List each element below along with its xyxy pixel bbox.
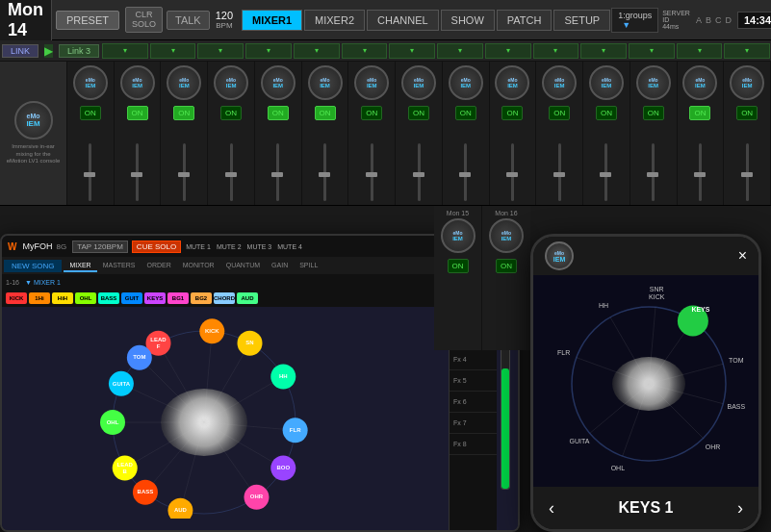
channel-strip-12: eMo IEM ON bbox=[630, 62, 678, 205]
mixer-tab-masters[interactable]: MASTERS bbox=[97, 260, 141, 272]
tab-setup[interactable]: SETUP bbox=[553, 10, 610, 31]
ch-on-btn-7[interactable]: ON bbox=[408, 106, 429, 120]
link-dd-14[interactable]: ▾ bbox=[724, 43, 770, 59]
link-dd-4[interactable]: ▾ bbox=[245, 43, 292, 59]
link3-button[interactable]: Link 3 bbox=[59, 44, 99, 58]
mixer-tab-order[interactable]: ORDER bbox=[141, 260, 176, 272]
ch-on-btn-14[interactable]: ON bbox=[736, 106, 758, 120]
time-display: 14:34:52 bbox=[737, 12, 771, 29]
talk-button[interactable]: TALK bbox=[167, 11, 210, 30]
channel-strip-5: eMo IEM ON bbox=[302, 62, 349, 205]
link-dd-2[interactable]: ▾ bbox=[150, 43, 196, 59]
phone-channel-name: KEYS 1 bbox=[619, 499, 674, 517]
tab-patch[interactable]: PATCH bbox=[497, 10, 553, 31]
lower-section: W MyFOH 8G TAP 120BPM CUE SOLO MUTE 1 MU… bbox=[0, 206, 771, 532]
channel-strip-4: eMo IEM ON bbox=[255, 62, 302, 205]
ch-on-btn-4[interactable]: ON bbox=[268, 106, 289, 120]
channel-strip-6: eMo IEM ON bbox=[348, 62, 396, 205]
ch-on-btn-10[interactable]: ON bbox=[549, 106, 570, 120]
color-chip-10[interactable]: AUD bbox=[237, 292, 258, 304]
date-section: Mon 14 bbox=[0, 0, 52, 40]
fx-row-6: Fx 8 bbox=[450, 434, 497, 455]
cue-solo-button[interactable]: CUE SOLO bbox=[132, 241, 181, 253]
link-button[interactable]: LINK bbox=[2, 44, 39, 58]
ch-on-btn-6[interactable]: ON bbox=[361, 106, 382, 120]
ch-on-btn-11[interactable]: ON bbox=[596, 106, 617, 120]
ch-on-btn-0[interactable]: ON bbox=[80, 106, 101, 120]
preset-button[interactable]: PRESET bbox=[56, 11, 119, 30]
channel-strip-10: eMo IEM ON bbox=[536, 62, 583, 205]
ch-on-btn-12[interactable]: ON bbox=[643, 106, 664, 120]
link-dd-3[interactable]: ▾ bbox=[197, 43, 244, 59]
color-chip-6[interactable]: KEYS bbox=[144, 292, 166, 304]
ch-on-btn-8[interactable]: ON bbox=[455, 106, 476, 120]
mon16-strip: Mon 16 eMo IEM ON bbox=[482, 206, 530, 350]
channel-strip-3: eMo IEM ON bbox=[208, 62, 255, 205]
link-dd-7[interactable]: ▾ bbox=[389, 43, 435, 59]
channel-strip-13: eMo IEM ON bbox=[678, 62, 725, 205]
channel-description: Immersive in-ear mixing for the eMotion … bbox=[6, 143, 61, 165]
channel-strip-14: eMo IEM ON bbox=[724, 62, 771, 205]
channel-strip-8: eMo IEM ON bbox=[443, 62, 490, 205]
mixer-tab-mixer[interactable]: MIXER bbox=[64, 260, 96, 272]
channel-area: eMo IEM Immersive in-ear mixing for the … bbox=[0, 62, 771, 206]
channel-strip-1: eMo IEM ON bbox=[115, 62, 162, 205]
color-chip-0[interactable]: KICK bbox=[6, 292, 27, 304]
ch-on-btn-2[interactable]: ON bbox=[173, 106, 194, 120]
tab-show[interactable]: SHOW bbox=[441, 10, 495, 31]
color-chip-3[interactable]: OHL bbox=[75, 292, 96, 304]
tab-mixer2[interactable]: MIXER2 bbox=[304, 10, 365, 31]
link-dd-11[interactable]: ▾ bbox=[580, 43, 627, 59]
phone-next-button[interactable]: › bbox=[737, 498, 743, 519]
bpm-display: 120 BPM bbox=[216, 10, 233, 30]
phone-bottom: ‹ KEYS 1 › bbox=[533, 487, 758, 529]
tab-channel[interactable]: CHANNEL bbox=[367, 10, 439, 31]
mixer-logo: W bbox=[8, 241, 16, 252]
clr-solo-button[interactable]: CLRSOLO bbox=[125, 7, 163, 34]
date-label: Mon 14 bbox=[8, 0, 43, 40]
mixer-tab-gain[interactable]: GAIN bbox=[266, 260, 294, 272]
color-chip-7[interactable]: BG1 bbox=[167, 292, 189, 304]
mon15-strip: Mon 15 eMo IEM ON bbox=[434, 206, 482, 350]
channels-grid: eMo IEM ON eMo IEM ON eMo IEM ON bbox=[67, 62, 771, 205]
link-dd-12[interactable]: ▾ bbox=[629, 43, 675, 59]
fx-row-3: Fx 5 bbox=[450, 370, 497, 392]
color-chip-2[interactable]: HiH bbox=[52, 292, 73, 304]
color-chip-9[interactable]: CHORD bbox=[214, 292, 235, 304]
phone-emo-logo: eMo IEM bbox=[545, 241, 574, 270]
mixer-tab-quantum[interactable]: QUANTUM bbox=[220, 260, 266, 272]
phone-overlay: eMo IEM × ‹ KEYS 1 › bbox=[530, 234, 761, 532]
link-dd-8[interactable]: ▾ bbox=[437, 43, 483, 59]
color-chip-8[interactable]: BG2 bbox=[191, 292, 212, 304]
gain-fill bbox=[501, 368, 509, 489]
mon15-on-button[interactable]: ON bbox=[448, 259, 469, 273]
mixer-tab-spill[interactable]: SPILL bbox=[294, 260, 323, 272]
server-info: 1:groups ▼ SERVER ID 44ms A B C D 14:34:… bbox=[611, 8, 771, 33]
play-button[interactable]: ▶ bbox=[44, 44, 53, 58]
phone-close-button[interactable]: × bbox=[738, 247, 747, 265]
tap-button[interactable]: TAP 120BPM bbox=[72, 241, 128, 253]
link-dd-5[interactable]: ▾ bbox=[294, 43, 340, 59]
ch-on-btn-1[interactable]: ON bbox=[127, 106, 148, 120]
link-dd-6[interactable]: ▾ bbox=[342, 43, 388, 59]
tab-mixer1[interactable]: MIXER1 bbox=[242, 10, 302, 31]
song-label[interactable]: NEW SONG bbox=[4, 260, 62, 272]
link-dd-9[interactable]: ▾ bbox=[485, 43, 531, 59]
color-chip-4[interactable]: BASS bbox=[98, 292, 119, 304]
link-dd-10[interactable]: ▾ bbox=[533, 43, 579, 59]
ch-on-btn-9[interactable]: ON bbox=[501, 106, 523, 120]
phone-prev-button[interactable]: ‹ bbox=[549, 498, 554, 519]
link-bar: LINK ▶ Link 3 ▾ ▾ ▾ ▾ ▾ ▾ ▾ ▾ ▾ ▾ ▾ ▾ ▾ … bbox=[0, 40, 771, 62]
mixer-app-name: MyFOH bbox=[22, 241, 52, 251]
mixer-tab-monitor[interactable]: MONITOR bbox=[177, 260, 220, 272]
ch-on-btn-13[interactable]: ON bbox=[689, 106, 710, 120]
channel-strip-2: eMo IEM ON bbox=[161, 62, 208, 205]
ch-on-btn-3[interactable]: ON bbox=[220, 106, 242, 120]
color-chip-1[interactable]: 1Hi bbox=[29, 292, 50, 304]
color-chip-5[interactable]: GUIT bbox=[121, 292, 142, 304]
link-dd-13[interactable]: ▾ bbox=[677, 43, 723, 59]
mon16-on-button[interactable]: ON bbox=[496, 259, 517, 273]
link-dd-1[interactable]: ▾ bbox=[102, 43, 148, 59]
top-bar: Mon 14 PRESET CLRSOLO TALK 120 BPM MIXER… bbox=[0, 0, 771, 40]
ch-on-btn-5[interactable]: ON bbox=[315, 106, 336, 120]
